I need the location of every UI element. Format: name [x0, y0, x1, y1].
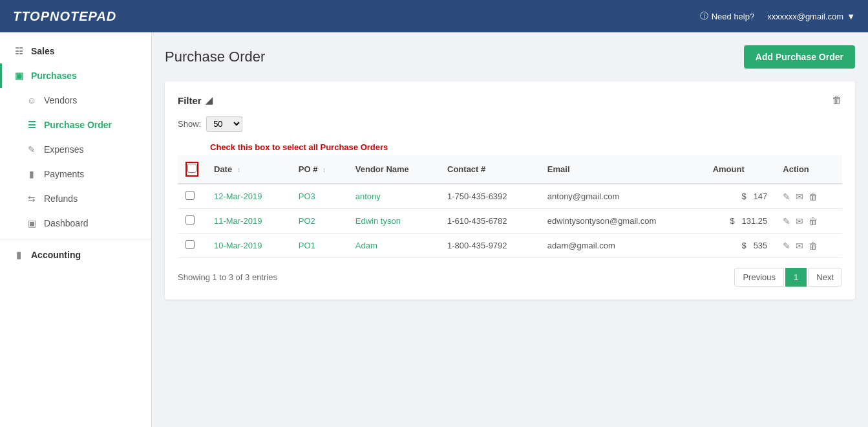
pagination-page-1-button[interactable]: 1 [785, 268, 807, 287]
file-icon: ☰ [26, 119, 37, 131]
row-vendor-0[interactable]: antony [348, 184, 439, 209]
row-po-0[interactable]: PO3 [291, 184, 348, 209]
table-header-row: Date ↕ PO # ↕ Vendor Name Contact # Emai… [178, 155, 842, 184]
inbox-icon: ▣ [13, 70, 25, 82]
sort-arrows-date: ↕ [237, 166, 240, 173]
filter-label: Filter ◢ [178, 95, 213, 106]
edit-icon-2[interactable]: ✎ [783, 241, 790, 251]
chevron-down-icon: ▼ [847, 12, 855, 21]
select-all-checkbox-wrapper [185, 162, 198, 177]
row-checkbox-cell [178, 234, 206, 258]
table-row: 12-Mar-2019 PO3 antony 1-750-435-6392 an… [178, 184, 842, 209]
edit-icon-0[interactable]: ✎ [783, 192, 790, 202]
row-action-1: ✎ ✉ 🗑 [775, 209, 842, 234]
th-email: Email [540, 155, 705, 184]
app-header: TTopNotepad ⓘ Need help? xxxxxxx@gmail.c… [0, 0, 868, 32]
pagination-row: Showing 1 to 3 of 3 entries Previous 1 N… [178, 268, 842, 287]
row-email-1: edwintysontyson@gmail.com [540, 209, 705, 234]
th-contact: Contact # [439, 155, 540, 184]
grid-icon: ▣ [26, 217, 37, 229]
row-amount-0: $ 147 [705, 184, 776, 209]
page-title: Purchase Order [165, 49, 265, 65]
sidebar-divider [0, 239, 151, 239]
row-checkbox-cell [178, 184, 206, 209]
add-purchase-order-button[interactable]: Add Purchase Order [744, 45, 855, 69]
pencil-icon: ✎ [26, 144, 37, 155]
edit-icon-1[interactable]: ✎ [783, 216, 790, 226]
delete-icon[interactable]: 🗑 [832, 94, 842, 106]
row-email-2: adam@gmail.com [540, 234, 705, 258]
select-all-checkbox[interactable] [187, 164, 196, 173]
user-menu[interactable]: xxxxxxx@gmail.com ▼ [767, 12, 855, 21]
row-contact-1: 1-610-435-6782 [439, 209, 540, 234]
show-row: Show: 50 10 25 100 [178, 116, 842, 132]
need-help-link[interactable]: ⓘ Need help? [700, 10, 755, 22]
delete-row-icon-0[interactable]: 🗑 [809, 192, 818, 202]
sidebar-item-expenses[interactable]: ✎ Expenses [0, 137, 151, 162]
row-checkbox-2[interactable] [185, 240, 195, 249]
sidebar-item-sales[interactable]: ☷ Sales [0, 39, 151, 63]
help-icon: ⓘ [700, 10, 708, 22]
pagination-next-button[interactable]: Next [808, 268, 842, 287]
person-icon: ☺ [26, 94, 37, 106]
th-checkbox [178, 155, 206, 184]
purchase-order-card: Filter ◢ 🗑 Show: 50 10 25 100 Check this… [165, 82, 855, 300]
row-email-0: antony@gmail.com [540, 184, 705, 209]
email-icon-2[interactable]: ✉ [796, 241, 803, 251]
row-amount-1: $ 131.25 [705, 209, 776, 234]
hint-text: Check this box to select all Purchase Or… [210, 142, 388, 152]
sidebar: ☷ Sales ▣ Purchases ☺ Vendors ☰ Purchase… [0, 32, 152, 427]
hint-box: Check this box to select all Purchase Or… [178, 142, 842, 152]
card-icon: ▮ [26, 168, 37, 180]
row-po-1[interactable]: PO2 [291, 209, 348, 234]
row-action-2: ✎ ✉ 🗑 [775, 234, 842, 258]
pagination-controls: Previous 1 Next [734, 268, 842, 287]
email-icon-0[interactable]: ✉ [796, 192, 803, 202]
sidebar-item-dashboard[interactable]: ▣ Dashboard [0, 211, 151, 235]
row-po-2[interactable]: PO1 [291, 234, 348, 258]
row-checkbox-1[interactable] [185, 215, 195, 224]
page-header: Purchase Order Add Purchase Order [165, 45, 855, 69]
sidebar-item-purchases[interactable]: ▣ Purchases [0, 63, 151, 88]
header-right: ⓘ Need help? xxxxxxx@gmail.com ▼ [700, 10, 855, 22]
app-layout: ☷ Sales ▣ Purchases ☺ Vendors ☰ Purchase… [0, 32, 868, 427]
delete-row-icon-2[interactable]: 🗑 [809, 241, 818, 251]
pagination-prev-button[interactable]: Previous [734, 268, 784, 287]
chart-icon: ▮ [13, 249, 25, 261]
th-date[interactable]: Date ↕ [206, 155, 291, 184]
row-amount-2: $ 535 [705, 234, 776, 258]
th-amount: Amount [705, 155, 776, 184]
row-contact-2: 1-800-435-9792 [439, 234, 540, 258]
sidebar-item-refunds[interactable]: ⇆ Refunds [0, 186, 151, 211]
layers-icon: ☷ [13, 45, 25, 57]
row-contact-0: 1-750-435-6392 [439, 184, 540, 209]
row-date-1[interactable]: 11-Mar-2019 [206, 209, 291, 234]
row-vendor-1[interactable]: Edwin tyson [348, 209, 439, 234]
row-date-2[interactable]: 10-Mar-2019 [206, 234, 291, 258]
arrows-icon: ⇆ [26, 193, 37, 204]
th-action: Action [775, 155, 842, 184]
filter-bar: Filter ◢ 🗑 [178, 94, 842, 106]
show-select[interactable]: 50 10 25 100 [206, 116, 242, 132]
pagination-info: Showing 1 to 3 of 3 entries [178, 272, 277, 282]
th-vendor: Vendor Name [348, 155, 439, 184]
th-po[interactable]: PO # ↕ [291, 155, 348, 184]
app-logo: TTopNotepad [13, 9, 116, 24]
row-date-0[interactable]: 12-Mar-2019 [206, 184, 291, 209]
sidebar-item-accounting[interactable]: ▮ Accounting [0, 243, 151, 267]
table-row: 10-Mar-2019 PO1 Adam 1-800-435-9792 adam… [178, 234, 842, 258]
main-content: Purchase Order Add Purchase Order Filter… [152, 32, 868, 427]
filter-icon: ◢ [206, 95, 213, 105]
purchase-order-table: Date ↕ PO # ↕ Vendor Name Contact # Emai… [178, 155, 842, 258]
sidebar-item-purchase-order[interactable]: ☰ Purchase Order [0, 113, 151, 137]
sort-arrows-po: ↕ [323, 166, 326, 173]
delete-row-icon-1[interactable]: 🗑 [809, 216, 818, 226]
row-vendor-2[interactable]: Adam [348, 234, 439, 258]
row-checkbox-0[interactable] [185, 191, 195, 200]
row-checkbox-cell [178, 209, 206, 234]
table-row: 11-Mar-2019 PO2 Edwin tyson 1-610-435-67… [178, 209, 842, 234]
sidebar-item-vendors[interactable]: ☺ Vendors [0, 88, 151, 113]
sidebar-item-payments[interactable]: ▮ Payments [0, 162, 151, 186]
email-icon-1[interactable]: ✉ [796, 216, 803, 226]
row-action-0: ✎ ✉ 🗑 [775, 184, 842, 209]
